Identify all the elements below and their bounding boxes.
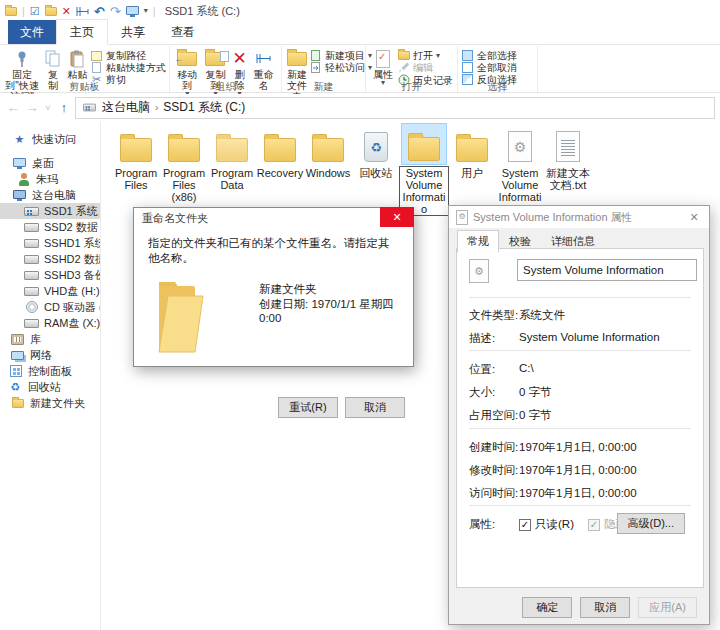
sidebar-item-label: 桌面 (32, 156, 54, 171)
retry-button[interactable]: 重试(R) (278, 397, 338, 418)
tab-checksums[interactable]: 校验 (499, 230, 541, 253)
property-row-description: 描述: System Volume Information (469, 331, 693, 346)
qat-undo-icon[interactable]: ↶ (94, 5, 105, 18)
folder-icon (305, 123, 351, 165)
qat-delete-icon[interactable]: ✕ (62, 6, 71, 17)
copy-path-button[interactable]: 复制路径 (90, 50, 166, 61)
sidebar-item-drive-c[interactable]: SSD1 系统 (C:) (0, 203, 100, 219)
back-icon[interactable]: ← (5, 100, 21, 115)
copy-to-icon (205, 49, 225, 68)
advanced-button[interactable]: 高级(D)... (617, 513, 685, 534)
paste-shortcut-label: 粘贴快捷方式 (106, 62, 166, 73)
copy-path-icon (90, 51, 103, 61)
file-item-users[interactable]: 用户 (448, 123, 496, 179)
select-none-label: 全部取消 (477, 62, 517, 73)
sidebar-item-user[interactable]: 朱玛 (0, 171, 100, 187)
tab-file[interactable]: 文件 (8, 20, 56, 44)
property-row-size-on-disk: 占用空间: 0 字节 (469, 408, 693, 423)
sidebar-item-drive-x[interactable]: RAM盘 (X:) (0, 315, 100, 331)
easy-access-label: 轻松访问 (325, 62, 365, 73)
sidebar-item-quick-access[interactable]: ★ 快速访问 (0, 131, 100, 147)
checkbox-checked-icon: ✓ (519, 519, 531, 531)
property-label: 位置: (469, 362, 519, 377)
file-item-program-files[interactable]: Program Files (112, 123, 160, 191)
system-file-icon: ⚙ (497, 123, 543, 165)
sidebar-item-libraries[interactable]: 库 (0, 331, 100, 347)
file-item-system-volume-information[interactable]: System Volume Informatio (400, 123, 448, 216)
property-label: 属性: (469, 517, 519, 532)
properties-tabs: 常规 校验 详细信息 (457, 230, 605, 253)
property-row-modified: 修改时间: 1970年1月1日, 0:00:00 (469, 463, 693, 478)
qat-dropdown-icon[interactable]: ▾ (144, 8, 148, 14)
sidebar-item-cd-drive[interactable]: CD 驱动器 (I:) (0, 299, 100, 315)
sidebar-item-network[interactable]: 网络 (0, 347, 100, 363)
new-item-button[interactable]: 新建项目 ▾ (309, 50, 372, 61)
tab-general[interactable]: 常规 (457, 230, 499, 253)
sidebar-item-drive-d[interactable]: SSD2 数据 (D:) (0, 219, 100, 235)
sidebar-item-this-pc[interactable]: 这台电脑 (0, 187, 100, 203)
qat-computer-icon[interactable] (126, 6, 139, 15)
sidebar-item-desktop[interactable]: 桌面 (0, 155, 100, 171)
tab-view[interactable]: 查看 (158, 20, 208, 44)
select-small-buttons: 全部选择 全部取消 反向选择 (461, 48, 517, 85)
qat-properties-icon[interactable]: ☑ (30, 6, 40, 17)
file-item-program-files-x86[interactable]: Program Files (x86) (160, 123, 208, 203)
system-file-icon: ⚙ (469, 259, 489, 283)
qat-new-folder-icon[interactable] (45, 7, 57, 16)
file-item-windows[interactable]: Windows (304, 123, 352, 179)
breadcrumb-this-pc[interactable]: 这台电脑 (102, 99, 150, 116)
sidebar-item-drive-g[interactable]: SSHD3 备份 (G:) (0, 267, 100, 283)
select-none-button[interactable]: 全部取消 (461, 62, 517, 73)
file-item-new-text-document[interactable]: 新建文本文档.txt (544, 123, 592, 191)
property-row-created: 创建时间: 1970年1月1日, 0:00:00 (469, 440, 693, 455)
properties-dialog: ⚙ System Volume Information 属性 ✕ 常规 校验 详… (448, 205, 710, 625)
organize-group-label: 组织 (170, 81, 281, 92)
sidebar-item-drive-f[interactable]: SSHD2 数据 (F:) (0, 251, 100, 267)
file-name-input[interactable] (517, 259, 697, 281)
ribbon-tab-bar: 文件 主页 共享 查看 (0, 22, 720, 45)
cancel-button[interactable]: 取消 (580, 597, 630, 618)
sidebar-item-drive-e[interactable]: SSHD1 系统 (E:) (0, 235, 100, 251)
file-item-programdata[interactable]: ProgramData (208, 123, 256, 191)
up-icon[interactable]: ↑ (56, 100, 72, 115)
open-icon (397, 51, 410, 60)
file-item-recycle-bin[interactable]: ♻ 回收站 (352, 123, 400, 179)
rename-dialog-buttons: 重试(R) 取消 (134, 397, 405, 418)
sidebar-item-new-folder[interactable]: 新建文件夹 (0, 395, 100, 411)
readonly-checkbox[interactable]: ✓ 只读(R) (519, 517, 574, 532)
sidebar-item-control-panel[interactable]: 控制面板 (0, 363, 100, 379)
close-icon[interactable]: ✕ (679, 206, 709, 228)
ok-button[interactable]: 确定 (522, 597, 572, 618)
sidebar-item-recycle-bin[interactable]: ♻ 回收站 (0, 379, 100, 395)
address-bar: ← → ˅ ↑ 这台电脑 › SSD1 系统 (C:) (0, 94, 720, 121)
cd-icon (24, 301, 39, 313)
paste-shortcut-button[interactable]: 粘贴快捷方式 (90, 62, 166, 73)
tab-home[interactable]: 主页 (56, 19, 108, 45)
file-item-recovery[interactable]: Recovery (256, 123, 304, 179)
properties-dialog-title-bar[interactable]: ⚙ System Volume Information 属性 ✕ (449, 206, 709, 228)
qat-rename-icon[interactable] (76, 6, 89, 17)
easy-access-button[interactable]: 轻松访问 ▾ (309, 62, 372, 73)
tab-share[interactable]: 共享 (108, 20, 158, 44)
address-field[interactable]: 这台电脑 › SSD1 系统 (C:) (75, 97, 715, 119)
breadcrumb-drive-c[interactable]: SSD1 系统 (C:) (163, 99, 245, 116)
drive-icon (24, 255, 39, 264)
ribbon-group-organize: ← 移动到 ▾ 复制到 ▾ ✕ 删除 ▾ 重命名 (170, 46, 282, 92)
folder-icon (161, 123, 207, 165)
tab-details[interactable]: 详细信息 (541, 230, 605, 253)
sidebar-item-label: RAM盘 (X:) (44, 316, 100, 331)
checkbox-checked-disabled-icon: ✓ (588, 519, 600, 531)
file-item-system-volume-information-file[interactable]: ⚙ System Volume Information (496, 123, 544, 215)
rename-dialog-title-bar[interactable]: 重命名文件夹 ✕ (134, 208, 413, 228)
open-button[interactable]: 打开 ▾ (397, 50, 453, 61)
cancel-button[interactable]: 取消 (345, 397, 405, 418)
sidebar-item-label: 朱玛 (36, 172, 58, 187)
close-icon[interactable]: ✕ (380, 207, 414, 227)
control-panel-icon (8, 365, 23, 377)
recent-locations-icon[interactable]: ˅ (43, 103, 53, 113)
select-all-button[interactable]: 全部选择 (461, 50, 517, 61)
sidebar-item-drive-h[interactable]: VHD盘 (H:) (0, 283, 100, 299)
qat-redo-icon[interactable]: ↷ (110, 5, 121, 18)
forward-icon[interactable]: → (24, 100, 40, 115)
paste-button[interactable]: 粘贴 (65, 48, 90, 81)
